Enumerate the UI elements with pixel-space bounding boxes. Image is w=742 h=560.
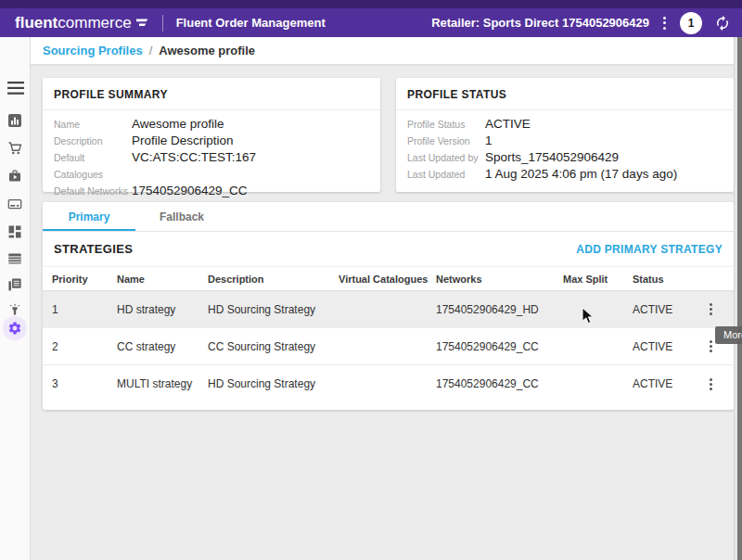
summary-row-description: Description Profile Description [54,133,369,149]
cell-description: CC Sourcing Strategy [208,340,339,353]
refresh-icon[interactable] [714,15,731,32]
breadcrumb: Sourcing Profiles / Awesome profile [31,37,742,65]
profile-summary-title: PROFILE SUMMARY [43,78,380,110]
field-value: 1 [485,133,493,149]
status-row-profile-version: Profile Version 1 [407,133,723,149]
status-row-last-updated-by: Last Updated by Sports_1754052906429 [407,149,723,166]
vertical-scrollbar-track[interactable] [734,37,742,560]
app-title: Fluent Order Management [176,16,326,30]
column-header-virtual-catalogues: Virtual Catalogues [339,274,436,285]
field-label: Profile Status [407,116,485,133]
header-top-strip [0,0,742,8]
cell-status: ACTIVE [633,377,697,390]
field-label: Description [54,133,132,149]
field-value: VC:ATS:CC:TEST:167 [132,149,256,166]
field-label: Profile Version [407,133,485,149]
dashboard-icon[interactable] [7,224,22,239]
settings-gear-icon[interactable] [3,316,27,340]
more-tooltip: More [715,326,742,344]
app-header: fluentcommerce Fluent Order Management R… [0,0,742,37]
breadcrumb-current-page: Awesome profile [159,44,255,57]
profile-status-card: PROFILE STATUS Profile Status ACTIVE Pro… [396,78,734,192]
status-row-last-updated: Last Updated 1 Aug 2025 4:06 pm (17 days… [407,166,723,183]
cell-description: HD Sourcing Strategy [208,303,339,316]
payments-card-icon[interactable] [7,197,22,211]
strategies-card: Primary Fallback STRATEGIES ADD PRIMARY … [43,202,734,410]
column-header-name: Name [117,274,208,285]
sidebar-nav [0,37,31,560]
breadcrumb-separator: / [149,44,153,57]
logo-text-bold: fluent [15,14,58,32]
profile-status-title: PROFILE STATUS [396,78,734,110]
notification-badge[interactable]: 1 [680,12,702,34]
strategy-row-hd[interactable]: 1 HD strategy HD Sourcing Strategy 17540… [43,291,734,328]
add-primary-strategy-button[interactable]: ADD PRIMARY STRATEGY [576,243,723,256]
field-value: 1 Aug 2025 4:06 pm (17 days ago) [485,166,677,183]
row-more-actions-kebab-icon[interactable] [707,337,715,355]
column-header-status: Status [633,274,697,285]
fluentcommerce-logo: fluentcommerce [15,14,149,32]
cart-icon[interactable] [7,141,22,156]
summary-row-default-catalogues: Default Catalogues VC:ATS:CC:TEST:167 [54,149,369,183]
column-header-networks: Networks [436,274,563,285]
field-value: Sports_1754052906429 [485,149,619,166]
cell-networks: 1754052906429_CC [436,377,563,390]
tab-primary[interactable]: Primary [43,202,135,231]
strategies-title: STRATEGIES [54,242,133,256]
inventory-table-icon[interactable] [7,251,22,266]
cell-networks: 1754052906429_HD [436,303,563,316]
profile-summary-card: PROFILE SUMMARY Name Awesome profile Des… [43,78,380,192]
breadcrumb-sourcing-profiles-link[interactable]: Sourcing Profiles [43,44,143,57]
cell-status: ACTIVE [633,340,697,353]
fulfilment-icon[interactable] [7,169,22,184]
strategy-tabs: Primary Fallback [43,202,734,232]
row-more-actions-kebab-icon[interactable] [707,375,715,393]
analytics-icon[interactable] [7,113,22,128]
field-label: Default Catalogues [54,149,132,183]
status-row-profile-status: Profile Status ACTIVE [407,116,723,133]
field-label: Last Updated [407,166,485,183]
vertical-scrollbar-thumb[interactable] [737,37,742,560]
header-kebab-menu-icon[interactable] [661,15,668,32]
field-label: Name [54,116,132,133]
header-divider [162,15,163,32]
field-label: Last Updated by [407,149,485,166]
menu-icon[interactable] [7,82,24,95]
field-value: ACTIVE [485,116,531,133]
cell-description: HD Sourcing Strategy [208,377,339,390]
field-value: Profile Description [132,133,234,149]
fluent-logo-mark-icon [135,18,149,28]
field-label: Default Networks [54,183,132,199]
summary-row-name: Name Awesome profile [54,116,369,133]
retailer-context-label: Retailer: Sports Direct 1754052906429 [431,16,649,30]
tab-fallback[interactable]: Fallback [135,202,228,231]
field-value: Awesome profile [132,116,224,133]
cell-name: HD strategy [117,303,208,316]
column-header-priority: Priority [52,274,117,285]
logo-text-light: commerce [58,14,131,32]
cell-priority: 3 [52,377,117,390]
row-more-actions-kebab-icon[interactable] [707,300,715,318]
column-header-description: Description [208,274,339,285]
column-header-max-split: Max Split [563,274,633,285]
cell-name: CC strategy [117,340,208,353]
cell-networks: 1754052906429_CC [436,340,563,353]
summary-row-default-networks: Default Networks 1754052906429_CC [54,183,369,199]
cell-priority: 1 [52,303,117,316]
strategy-row-cc[interactable]: 2 CC strategy CC Sourcing Strategy 17540… [43,328,734,365]
cell-name: MULTI strategy [117,377,208,390]
catalogue-library-icon[interactable] [7,277,22,292]
cell-status: ACTIVE [633,303,697,316]
strategy-row-multi[interactable]: 3 MULTI strategy HD Sourcing Strategy 17… [43,365,734,402]
field-value: 1754052906429_CC [132,183,248,199]
cell-priority: 2 [52,340,117,353]
strategies-table-header: Priority Name Description Virtual Catalo… [43,267,734,291]
